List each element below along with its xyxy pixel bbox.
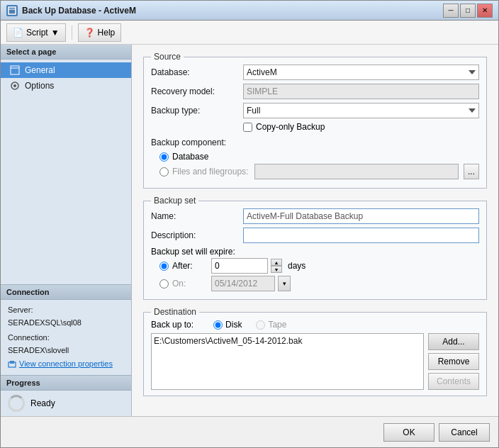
name-row: Name: — [151, 208, 479, 224]
name-input[interactable] — [243, 208, 479, 224]
on-radio[interactable] — [159, 279, 169, 289]
svg-point-5 — [13, 84, 16, 87]
after-label: After: — [172, 261, 208, 271]
backup-set-group: Backup set Name: Description: Backup set… — [143, 196, 487, 300]
files-browse-button[interactable]: ... — [464, 164, 479, 179]
titlebar-controls: ─ □ ✕ — [443, 4, 493, 18]
component-files-label: Files and filegroups: — [172, 167, 248, 177]
server-label-row: Server: — [8, 304, 124, 317]
component-radio-group: Database Files and filegroups: ... — [159, 152, 479, 179]
sidebar-item-options[interactable]: Options — [1, 78, 131, 94]
script-icon: 📄 — [13, 28, 23, 38]
connection-info: Server: SERADEXSQL\sql08 Connection: SER… — [1, 300, 131, 375]
general-icon — [9, 65, 21, 76]
progress-header: Progress — [1, 376, 131, 391]
script-button[interactable]: 📄 Script ▼ — [6, 23, 66, 42]
select-page-title: Select a page — [1, 45, 131, 60]
backup-component-label: Backup component: — [151, 138, 243, 147]
script-label: Script — [26, 28, 48, 38]
back-up-to-label: Back up to: — [151, 320, 194, 330]
expire-label-row: Backup set will expire: — [151, 247, 479, 257]
source-legend: Source — [151, 52, 184, 62]
tape-label: Tape — [268, 320, 286, 330]
view-connection-properties-link[interactable]: View connection properties — [8, 358, 124, 371]
on-label: On: — [172, 279, 208, 289]
copy-only-checkbox[interactable] — [243, 123, 252, 132]
expire-label: Backup set will expire: — [151, 247, 235, 257]
progress-section: Progress Ready — [1, 375, 131, 416]
add-button[interactable]: Add... — [428, 333, 479, 350]
connection-label-row: Connection: — [8, 332, 124, 345]
backup-type-label: Backup type: — [151, 106, 243, 116]
sidebar-item-options-label: Options — [25, 81, 54, 91]
database-select[interactable]: ActiveM — [243, 65, 479, 80]
close-button[interactable]: ✕ — [477, 4, 493, 18]
after-decrement-btn[interactable]: ▼ — [271, 266, 282, 273]
description-input[interactable] — [243, 228, 479, 243]
disk-tape-row: Back up to: Disk Tape — [151, 320, 479, 330]
window-icon — [6, 5, 18, 16]
svg-rect-0 — [9, 7, 16, 14]
disk-radio-group: Disk — [213, 320, 242, 330]
backup-component-section: Backup component: Database Files and fil… — [151, 135, 479, 179]
tape-radio — [256, 320, 265, 330]
remove-button[interactable]: Remove — [428, 353, 479, 370]
after-spinner: ▲ ▼ — [271, 259, 282, 273]
help-label: Help — [98, 28, 116, 38]
database-row: Database: ActiveM — [151, 65, 479, 80]
link-icon — [8, 360, 16, 369]
database-label: Database: — [151, 67, 243, 77]
window-title: Back Up Database - ActiveM — [22, 6, 136, 16]
svg-rect-2 — [11, 66, 19, 74]
dest-path-item: E:\Customers\ActiveM_05-14-2012.bak — [154, 336, 421, 346]
source-group: Source Database: ActiveM Recovery model:… — [143, 52, 487, 189]
server-label: Server: — [8, 306, 33, 314]
days-label: days — [288, 261, 305, 271]
expire-radio-group: After: ▲ ▼ days On: — [159, 258, 479, 291]
script-dropdown-icon: ▼ — [51, 28, 60, 38]
dest-list-row: E:\Customers\ActiveM_05-14-2012.bak Add.… — [151, 333, 479, 390]
progress-status: Ready — [30, 398, 55, 408]
sidebar-item-general[interactable]: General — [1, 62, 131, 78]
main-window: Back Up Database - ActiveM ─ □ ✕ 📄 Scrip… — [0, 0, 499, 448]
restore-button[interactable]: □ — [460, 4, 476, 18]
connection-value: SERADEX\slovell — [8, 345, 124, 357]
after-increment-btn[interactable]: ▲ — [271, 259, 282, 266]
contents-button[interactable]: Contents — [428, 373, 479, 390]
options-icon — [9, 80, 21, 91]
destination-group: Destination Back up to: Disk Tape E:\Cus… — [143, 307, 487, 396]
progress-spinner — [8, 395, 25, 412]
cancel-button[interactable]: Cancel — [439, 423, 490, 442]
titlebar: Back Up Database - ActiveM ─ □ ✕ — [1, 1, 498, 21]
destination-legend: Destination — [151, 307, 199, 317]
description-row: Description: — [151, 228, 479, 243]
ok-button[interactable]: OK — [383, 423, 434, 442]
backup-type-select[interactable]: Full — [243, 103, 479, 118]
svg-rect-7 — [10, 361, 14, 364]
destination-list[interactable]: E:\Customers\ActiveM_05-14-2012.bak — [151, 333, 424, 390]
after-value-input[interactable] — [211, 258, 268, 274]
toolbar-separator — [72, 26, 72, 40]
sidebar-item-general-label: General — [25, 65, 55, 75]
component-files-radio[interactable] — [159, 167, 169, 177]
component-database-label: Database — [172, 152, 208, 162]
copy-only-label: Copy-only Backup — [256, 122, 325, 132]
disk-radio[interactable] — [213, 320, 223, 330]
toolbar: 📄 Script ▼ ❓ Help — [1, 21, 498, 45]
connection-label: Connection: — [8, 333, 50, 342]
help-button[interactable]: ❓ Help — [78, 23, 122, 42]
files-filegroups-input — [254, 164, 459, 179]
backup-type-row: Backup type: Full — [151, 103, 479, 118]
sidebar-items: General Options — [1, 60, 131, 96]
copy-only-row: Copy-only Backup — [243, 122, 479, 132]
disk-label: Disk — [225, 320, 242, 330]
calendar-button: ▾ — [278, 276, 291, 291]
view-properties-label: View connection properties — [19, 358, 113, 371]
backup-component-label-row: Backup component: — [151, 135, 479, 150]
connection-header: Connection — [1, 285, 131, 300]
minimize-button[interactable]: ─ — [443, 4, 459, 18]
after-radio[interactable] — [159, 262, 169, 271]
after-row: After: ▲ ▼ days — [159, 258, 479, 274]
component-database-radio[interactable] — [159, 152, 169, 162]
content: Select a page General Options Connect — [1, 45, 498, 416]
